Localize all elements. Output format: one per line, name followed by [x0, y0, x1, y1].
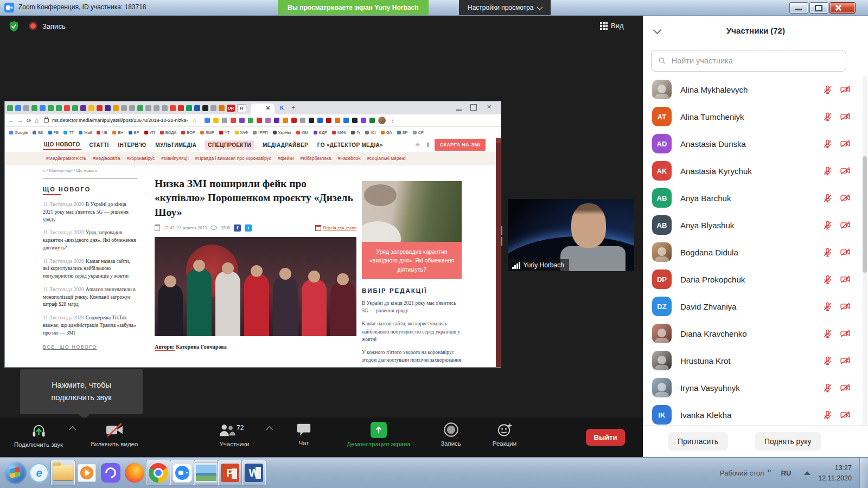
extension-icon[interactable] [239, 118, 245, 123]
browser-tab[interactable] [129, 105, 135, 111]
file-explorer-icon[interactable] [51, 460, 75, 485]
url-text[interactable]: ms.detector.media/manipulyatsii/post/236… [52, 118, 188, 123]
bookmark-item[interactable]: СР [413, 130, 424, 135]
extension-icon[interactable] [300, 118, 305, 123]
browser-tab[interactable] [121, 105, 127, 111]
extension-icon[interactable] [257, 118, 262, 123]
extension-icon[interactable] [343, 118, 349, 123]
bookmark-item[interactable]: УАФ [235, 130, 248, 135]
print-link[interactable]: Версія для друку [315, 225, 356, 231]
browser-tab[interactable] [137, 105, 143, 111]
extension-icon[interactable] [265, 118, 271, 123]
participants-options-caret[interactable] [266, 426, 273, 433]
tag-link[interactable]: #коронавірус [127, 156, 155, 161]
extension-icon[interactable] [361, 118, 366, 123]
bookmark-item[interactable]: ВОР [181, 130, 195, 135]
browser-minimize-icon[interactable] [456, 104, 462, 111]
speaker-video-thumbnail[interactable]: Yuriy Horbach [508, 199, 634, 271]
browser-tab[interactable] [31, 105, 37, 111]
browser-tab[interactable] [186, 105, 192, 111]
start-video-button[interactable]: Включить видео [81, 422, 148, 447]
powerpoint-icon[interactable]: P [218, 460, 242, 485]
bookmark-item[interactable]: GA [381, 130, 392, 135]
participant-row[interactable]: Alina Mykhalevych [643, 76, 859, 103]
zoom-app-icon[interactable] [170, 460, 194, 485]
extension-icon[interactable] [291, 118, 297, 123]
bookmark-item[interactable]: FB [48, 130, 59, 135]
tag-link[interactable]: #Кібербезпека [301, 156, 331, 161]
participant-row[interactable]: AB Anya Blyashuk [643, 211, 859, 239]
participant-row[interactable]: DP Daria Prokopchuk [643, 266, 859, 293]
chrome-icon[interactable] [146, 460, 170, 485]
browser-close-icon[interactable]: ✕ [487, 104, 492, 110]
site-nav-item[interactable]: СТАТТІ [88, 140, 110, 150]
invite-button[interactable]: Пригласить [668, 432, 728, 451]
site-nav-item[interactable]: ГО «ДЕТЕКТОР МЕДІА» [316, 140, 384, 150]
taskbar-clock[interactable]: 13:27 12.11.2020 [818, 463, 852, 484]
site-nav-item[interactable]: МЕДІАДРАЙВЕР [261, 140, 309, 150]
media-player-icon[interactable] [75, 460, 99, 485]
extension-icon[interactable] [369, 118, 375, 123]
site-scrollbar[interactable] [496, 138, 501, 367]
promo-card[interactable]: Уряд запровадив карантин «вихідного дня»… [362, 181, 462, 279]
browser-tab[interactable] [40, 105, 46, 111]
site-nav-item[interactable]: ЩО НОВОГО [43, 140, 81, 150]
record-button[interactable]: Запись [434, 422, 468, 447]
bookmark-item[interactable]: ІРРП [253, 130, 267, 135]
toolbar-expand-icon[interactable]: » [767, 466, 771, 474]
internet-explorer-icon[interactable]: e [27, 460, 51, 485]
browser-tab[interactable] [80, 105, 86, 111]
bookmark-item[interactable]: УкрНет [273, 130, 292, 135]
bookmark-item[interactable]: Google [9, 130, 28, 135]
bookmark-item[interactable]: ЧВ [97, 130, 107, 135]
browser-tab[interactable] [105, 105, 111, 111]
extension-icon[interactable] [231, 118, 236, 123]
extension-icon[interactable] [274, 118, 279, 123]
browser-tab[interactable] [113, 105, 119, 111]
browser-tab[interactable] [170, 105, 176, 111]
panel-collapse-icon[interactable] [653, 26, 662, 35]
new-tab-button[interactable]: + [291, 104, 295, 112]
participant-row[interactable]: AD Anastasia Dunska [643, 130, 859, 157]
browser-tab[interactable] [72, 105, 78, 111]
participant-row[interactable]: AT Alina Tumcheniyk [643, 103, 859, 130]
news-item[interactable]: 11 Листопада 2020Соцмережа TikTok вважає… [43, 314, 137, 337]
browser-maximize-icon[interactable] [470, 104, 477, 111]
participant-row[interactable]: Iryna Vasyuhnyk [643, 374, 859, 401]
browser-tab[interactable] [219, 105, 225, 111]
view-button[interactable]: Вид [600, 22, 624, 30]
all-news-link[interactable]: ВСЕ, ЩО НОВОГО [43, 344, 137, 350]
browser-tab[interactable] [64, 105, 70, 111]
bookmark-item[interactable]: МФК [332, 130, 346, 135]
extension-icon[interactable] [283, 118, 288, 123]
browser-tab[interactable] [178, 105, 184, 111]
view-settings-button[interactable]: Настройки просмотра [459, 0, 551, 15]
bookmark-item[interactable]: GM [296, 130, 308, 135]
browser-tab[interactable] [15, 105, 21, 111]
bookmark-item[interactable]: SP [397, 130, 408, 135]
active-tab[interactable] [251, 104, 275, 114]
browser-tab[interactable] [23, 105, 29, 111]
browser-tab[interactable] [145, 105, 151, 111]
search-input[interactable] [671, 56, 839, 66]
home-icon[interactable]: ⌂ [35, 117, 39, 124]
rss-icon[interactable]: ᯤ [416, 142, 422, 148]
reactions-button[interactable]: Реакции [483, 422, 526, 447]
participants-button[interactable]: 72 Участники [205, 422, 264, 447]
editors-choice-item[interactable]: Kantar назвав сайти, які користувались н… [362, 320, 462, 343]
extension-icon[interactable] [248, 118, 253, 123]
word-icon[interactable]: W [242, 460, 266, 485]
bookmark-item[interactable]: ЄДР [314, 130, 327, 135]
browser-tab[interactable] [162, 105, 168, 111]
bookmark-item[interactable]: ВН [112, 130, 123, 135]
tag-link[interactable]: #фейки [278, 156, 294, 161]
news-item[interactable]: 11 Листопада 2020Kantar назвав сайти, як… [43, 258, 137, 280]
editors-choice-item[interactable]: В Україні до кінця 2021 року має з'явити… [362, 299, 462, 315]
minimize-button[interactable] [789, 2, 808, 14]
photo-viewer-icon[interactable] [194, 460, 218, 485]
complaint-button[interactable]: СКАРГА НА ЗМІ [435, 139, 486, 151]
back-icon[interactable]: ← [8, 117, 14, 124]
site-nav-item[interactable]: ІНТЕРВ'Ю [117, 140, 148, 150]
tag-link[interactable]: #соціальні мережі [367, 156, 406, 161]
bookmark-item[interactable]: ЛМР [200, 130, 214, 135]
